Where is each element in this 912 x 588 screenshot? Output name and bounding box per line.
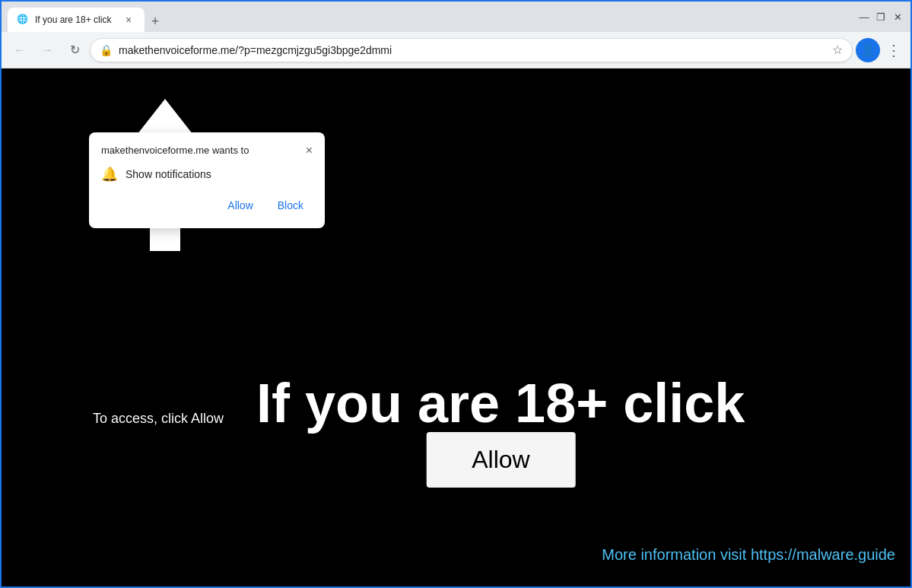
active-tab[interactable]: 🌐 If you are 18+ click × xyxy=(8,8,145,32)
popup-title-text: makethenvoiceforme.me wants to xyxy=(101,145,249,156)
popup-allow-button[interactable]: Allow xyxy=(218,195,262,216)
menu-button[interactable]: ⋮ xyxy=(883,38,904,62)
bell-icon: 🔔 xyxy=(101,166,118,183)
page-heading: If you are 18+ click xyxy=(256,372,745,434)
notification-popup: makethenvoiceforme.me wants to × 🔔 Show … xyxy=(89,132,325,228)
title-bar: 🌐 If you are 18+ click × + — ❒ ✕ xyxy=(2,2,910,32)
profile-icon: 👤 xyxy=(860,43,875,57)
back-icon: ← xyxy=(14,43,26,57)
popup-buttons: Allow Block xyxy=(101,195,313,216)
browser-frame: 🌐 If you are 18+ click × + — ❒ ✕ ← → ↻ 🔒… xyxy=(0,0,912,588)
maximize-button[interactable]: ❒ xyxy=(874,10,888,24)
forward-button[interactable]: → xyxy=(35,38,59,62)
profile-button[interactable]: 👤 xyxy=(856,38,880,62)
forward-icon: → xyxy=(41,43,53,57)
popup-notification-text: Show notifications xyxy=(126,168,211,180)
small-access-text: To access, click Allow xyxy=(93,411,224,427)
refresh-button[interactable]: ↻ xyxy=(62,38,87,62)
tab-close-button[interactable]: × xyxy=(122,13,135,27)
minimize-button[interactable]: — xyxy=(857,10,871,24)
window-controls: — ❒ ✕ xyxy=(857,10,904,24)
address-bar-row: ← → ↻ 🔒 makethenvoiceforme.me/?p=mezgcmj… xyxy=(2,32,910,68)
new-tab-button[interactable]: + xyxy=(145,11,166,32)
close-window-button[interactable]: ✕ xyxy=(891,10,904,24)
tab-favicon-icon: 🌐 xyxy=(17,14,29,26)
popup-block-button[interactable]: Block xyxy=(269,195,313,216)
bottom-info-link: More information visit https://malware.g… xyxy=(602,546,895,564)
bookmark-icon[interactable]: ☆ xyxy=(832,43,843,57)
refresh-icon: ↻ xyxy=(70,43,80,57)
url-text: makethenvoiceforme.me/?p=mezgcmjzgu5gi3b… xyxy=(119,44,826,56)
tab-title: If you are 18+ click xyxy=(35,14,116,25)
address-bar[interactable]: 🔒 makethenvoiceforme.me/?p=mezgcmjzgu5gi… xyxy=(90,38,853,62)
page-allow-button[interactable]: Allow xyxy=(426,432,575,488)
webpage-content: To access, click Allow If you are 18+ cl… xyxy=(2,68,910,586)
back-button[interactable]: ← xyxy=(8,38,32,62)
popup-close-button[interactable]: × xyxy=(306,145,313,157)
popup-notification-row: 🔔 Show notifications xyxy=(101,166,313,183)
tab-bar: 🌐 If you are 18+ click × + xyxy=(8,2,851,32)
popup-header: makethenvoiceforme.me wants to × xyxy=(101,145,313,157)
lock-icon: 🔒 xyxy=(100,44,113,56)
